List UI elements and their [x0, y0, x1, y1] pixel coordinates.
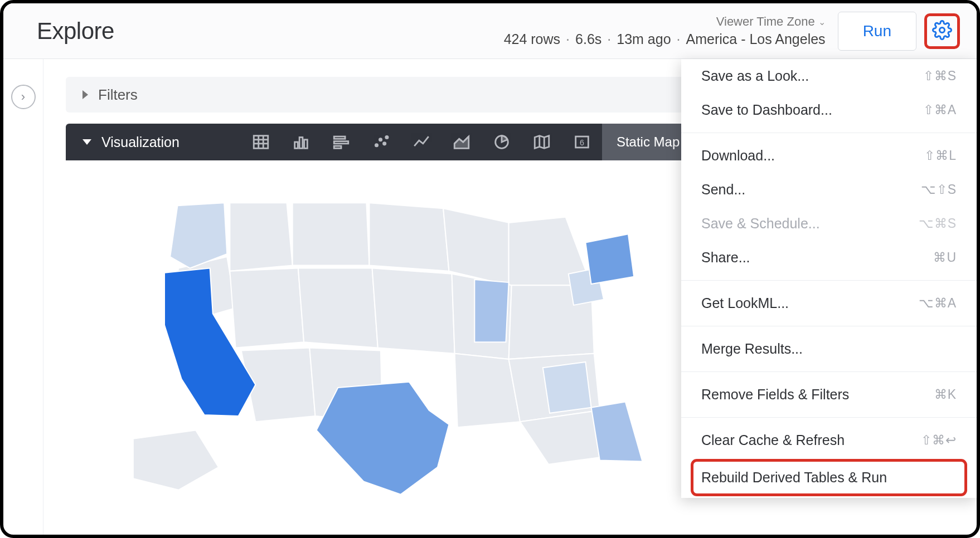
menu-item-shortcut: ⌥⌘A: [919, 296, 957, 311]
menu-item-label: Rebuild Derived Tables & Run: [701, 469, 887, 486]
chevron-right-icon: ›: [21, 90, 25, 104]
menu-item[interactable]: Download...⇧⌘L: [681, 139, 977, 173]
menu-item[interactable]: Remove Fields & Filters⌘K: [681, 378, 977, 412]
menu-item-shortcut: ⌘K: [934, 387, 957, 402]
run-button[interactable]: Run: [838, 12, 916, 51]
svg-point-14: [383, 143, 385, 145]
svg-point-15: [386, 136, 388, 138]
viz-type-pie[interactable]: [482, 124, 522, 160]
menu-item-shortcut: ⌥⇧S: [921, 182, 957, 197]
menu-item[interactable]: Save to Dashboard...⇧⌘A: [681, 93, 977, 127]
menu-item[interactable]: Clear Cache & Refresh⇧⌘↩: [681, 423, 977, 457]
separator: ·: [566, 31, 570, 47]
viz-type-single-value[interactable]: 6: [562, 124, 602, 160]
viz-type-map[interactable]: [522, 124, 562, 160]
menu-item[interactable]: Send...⌥⇧S: [681, 173, 977, 207]
visualization-section-toggle[interactable]: Visualization: [66, 134, 196, 150]
page-title: Explore: [37, 18, 114, 45]
menu-separator: [681, 280, 977, 281]
timezone-label: Viewer Time Zone: [716, 14, 815, 29]
timezone-selector[interactable]: Viewer Time Zone ⌄: [716, 14, 826, 29]
svg-point-0: [940, 27, 945, 32]
svg-rect-7: [299, 138, 303, 149]
viz-type-switcher: 6: [241, 124, 602, 160]
svg-rect-6: [295, 142, 298, 148]
menu-item-shortcut: ⇧⌘A: [923, 102, 957, 118]
menu-item-label: Save to Dashboard...: [701, 102, 832, 118]
menu-item: Save & Schedule...⌥⌘S: [681, 207, 977, 241]
svg-text:6: 6: [580, 138, 584, 147]
header-stats: Viewer Time Zone ⌄ 424 rows · 6.6s · 13m…: [504, 14, 826, 47]
caret-right-icon: [83, 90, 88, 99]
menu-item-shortcut: ⇧⌘↩: [921, 433, 957, 448]
menu-item[interactable]: Share...⌘U: [681, 241, 977, 275]
svg-point-12: [375, 144, 377, 146]
gear-dropdown-menu: Save as a Look...⇧⌘SSave to Dashboard...…: [681, 59, 977, 498]
query-time: 6.6s: [575, 31, 601, 47]
menu-item-label: Remove Fields & Filters: [701, 387, 849, 403]
viz-active-label[interactable]: Static Map: [602, 124, 694, 160]
explore-header: Explore Viewer Time Zone ⌄ 424 rows · 6.…: [3, 3, 977, 59]
menu-separator: [681, 417, 977, 418]
visualization-label: Visualization: [101, 134, 179, 150]
menu-separator: [681, 326, 977, 326]
menu-separator: [681, 371, 977, 372]
menu-item-label: Share...: [701, 250, 750, 266]
menu-separator: [681, 133, 977, 133]
expand-sidebar-button[interactable]: ›: [11, 85, 36, 109]
svg-point-13: [379, 139, 381, 141]
viz-type-bar[interactable]: [321, 124, 361, 160]
caret-down-icon: [83, 139, 91, 145]
menu-item-label: Send...: [701, 182, 745, 198]
region-label: America - Los Angeles: [686, 31, 826, 47]
chevron-down-icon: ⌄: [818, 17, 826, 27]
menu-item[interactable]: Get LookML...⌥⌘A: [681, 286, 977, 320]
viz-type-column[interactable]: [281, 124, 321, 160]
separator: ·: [607, 31, 611, 47]
menu-item-label: Merge Results...: [701, 341, 803, 357]
menu-item[interactable]: Rebuild Derived Tables & Run: [691, 459, 967, 496]
left-rail: ›: [3, 59, 43, 535]
separator: ·: [677, 31, 681, 47]
usa-choropleth: [110, 172, 657, 513]
viz-type-line[interactable]: [401, 124, 442, 160]
menu-item-label: Get LookML...: [701, 295, 789, 311]
viz-type-area[interactable]: [442, 124, 482, 160]
menu-item-shortcut: ⇧⌘S: [923, 69, 957, 84]
svg-rect-10: [334, 141, 348, 144]
svg-rect-8: [304, 140, 308, 149]
menu-item[interactable]: Save as a Look...⇧⌘S: [681, 59, 977, 93]
query-age: 13m ago: [617, 31, 671, 47]
settings-gear-button[interactable]: [924, 13, 960, 49]
svg-rect-1: [254, 136, 268, 149]
menu-item-shortcut: ⌘U: [933, 250, 957, 265]
filters-label: Filters: [98, 86, 138, 104]
menu-item-shortcut: ⌥⌘S: [919, 216, 957, 231]
menu-item-label: Save & Schedule...: [701, 216, 820, 232]
viz-type-scatter[interactable]: [361, 124, 401, 160]
svg-rect-9: [334, 136, 345, 139]
menu-item-label: Clear Cache & Refresh: [701, 432, 845, 448]
gear-icon: [932, 20, 952, 42]
menu-item-label: Save as a Look...: [701, 68, 809, 84]
viz-type-table[interactable]: [241, 124, 281, 160]
menu-item-label: Download...: [701, 148, 775, 164]
menu-item[interactable]: Merge Results...: [681, 332, 977, 366]
svg-rect-11: [334, 146, 341, 148]
menu-item-shortcut: ⇧⌘L: [924, 148, 957, 163]
row-count: 424 rows: [504, 31, 560, 47]
